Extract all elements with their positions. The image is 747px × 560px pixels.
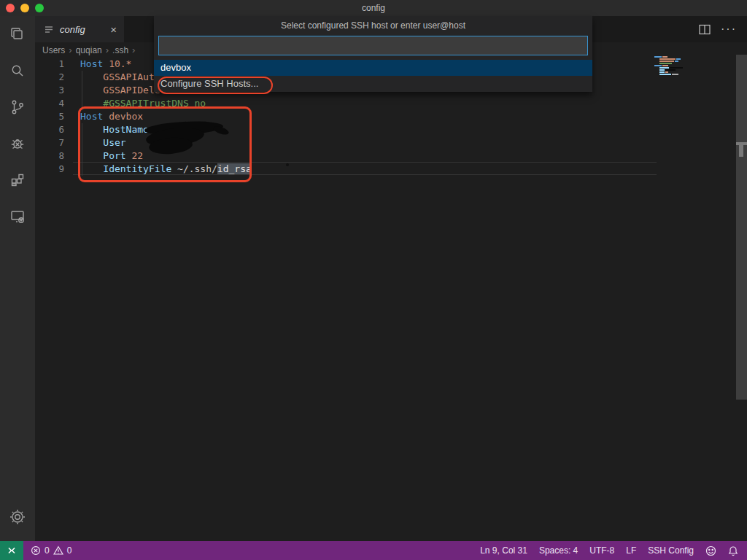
line-number: 2: [35, 71, 64, 84]
quick-pick-input[interactable]: [158, 36, 588, 55]
warning-count: 0: [67, 545, 72, 556]
tab-close-icon[interactable]: ×: [110, 24, 117, 35]
maximize-window-button[interactable]: [35, 4, 44, 12]
status-bar-right: Ln 9, Col 31 Spaces: 4 UTF-8 LF SSH Conf…: [480, 545, 747, 556]
editor-actions: ···: [699, 16, 747, 42]
code-line[interactable]: 7 User: [35, 136, 747, 149]
breadcrumb-separator-icon: ›: [69, 44, 71, 55]
more-actions-icon[interactable]: ···: [721, 26, 737, 33]
tab-label: config: [60, 24, 105, 35]
minimap-line: [659, 69, 676, 71]
code-line[interactable]: 4 #GSSAPITrustDNS no: [35, 97, 747, 110]
minimap-line: [659, 71, 668, 73]
quick-pick-input-wrap: [154, 35, 592, 60]
code-line[interactable]: 6 HostName: [35, 123, 747, 136]
error-icon: [31, 545, 41, 556]
line-text: GSSAPIAuth: [64, 71, 160, 84]
code-line[interactable]: 9 IdentityFile ~/.ssh/id_rsa: [35, 163, 747, 176]
line-text: Host 10.*: [64, 58, 131, 71]
minimap-line: [659, 61, 678, 62]
line-text: Port 22: [64, 149, 143, 163]
remote-explorer-icon[interactable]: [0, 198, 35, 235]
title-bar: config: [0, 0, 747, 16]
encoding[interactable]: UTF-8: [589, 545, 614, 556]
cursor-position[interactable]: Ln 9, Col 31: [480, 545, 527, 556]
ssh-config-file-icon: [44, 24, 55, 35]
remote-indicator[interactable]: [0, 541, 23, 560]
explorer-icon[interactable]: [0, 16, 35, 52]
error-count: 0: [44, 545, 50, 556]
line-text: HostName: [64, 123, 155, 136]
traffic-lights: [6, 0, 44, 16]
quick-pick-title: Select configured SSH host or enter user…: [154, 16, 592, 35]
line-text: GSSAPIDele: [64, 84, 160, 97]
code-line[interactable]: 8 Port 22: [35, 149, 747, 163]
line-number: 3: [35, 84, 64, 97]
line-number: 8: [35, 149, 64, 163]
close-window-button[interactable]: [6, 4, 15, 12]
line-text: User: [64, 136, 131, 149]
activity-bar: [0, 16, 35, 541]
line-number: 1: [35, 58, 64, 71]
breadcrumb-separator-icon: ›: [132, 44, 135, 55]
indentation[interactable]: Spaces: 4: [539, 545, 578, 556]
line-number: 5: [35, 110, 64, 123]
tab-config[interactable]: config ×: [35, 16, 124, 42]
vertical-scrollbar[interactable]: [736, 55, 747, 400]
vscode-window: config config ×: [0, 0, 747, 560]
minimize-window-button[interactable]: [20, 4, 29, 12]
line-number: 9: [35, 163, 64, 176]
eol-sequence[interactable]: LF: [626, 545, 636, 556]
line-text: Host devbox: [64, 110, 143, 123]
feedback-smiley-icon[interactable]: [705, 545, 716, 556]
line-text: IdentityFile ~/.ssh/id_rsa: [64, 163, 252, 176]
language-mode[interactable]: SSH Config: [648, 545, 694, 556]
minimap-line: [659, 74, 678, 75]
quick-pick-item[interactable]: Configure SSH Hosts...: [154, 76, 592, 92]
minimap-line: [659, 63, 672, 64]
minimap-line: [659, 58, 681, 60]
warning-icon: [53, 545, 63, 556]
minimap-line: [654, 65, 668, 66]
breadcrumb-item[interactable]: .ssh: [112, 45, 128, 55]
minimap-line: [659, 67, 683, 69]
search-icon[interactable]: [0, 52, 35, 89]
minimap-line: [654, 56, 667, 58]
problems-indicator[interactable]: 0 0: [31, 545, 71, 556]
run-debug-icon[interactable]: [0, 125, 35, 162]
line-number: 4: [35, 97, 64, 110]
ssh-quick-pick: Select configured SSH host or enter user…: [154, 16, 592, 92]
line-number: 6: [35, 123, 64, 136]
line-text: #GSSAPITrustDNS no: [64, 97, 206, 110]
ink-dot: [286, 163, 289, 166]
status-bar: 0 0 Ln 9, Col 31 Spaces: 4 UTF-8 LF SSH …: [0, 541, 747, 560]
line-number: 7: [35, 136, 64, 149]
notifications-bell-icon[interactable]: [728, 545, 738, 556]
window-title: config: [362, 3, 385, 13]
breadcrumb-item[interactable]: Users: [42, 45, 65, 55]
minimap[interactable]: [654, 56, 727, 93]
split-editor-icon[interactable]: [699, 24, 711, 35]
settings-gear-icon[interactable]: [0, 499, 35, 535]
breadcrumb-separator-icon: ›: [106, 44, 109, 55]
remote-icon: [6, 545, 18, 556]
breadcrumb-item[interactable]: quqian: [76, 45, 102, 55]
extensions-icon[interactable]: [0, 162, 35, 198]
code-line[interactable]: 5Host devbox: [35, 110, 747, 123]
editor-group: config × ··· Users›quqian›.ssh› 1Host 10…: [35, 16, 747, 541]
quick-pick-item[interactable]: devbox: [154, 60, 592, 76]
source-control-icon[interactable]: [0, 89, 35, 125]
overview-ruler-selection-mark: [739, 145, 743, 157]
quick-pick-list: devboxConfigure SSH Hosts...: [154, 60, 592, 92]
